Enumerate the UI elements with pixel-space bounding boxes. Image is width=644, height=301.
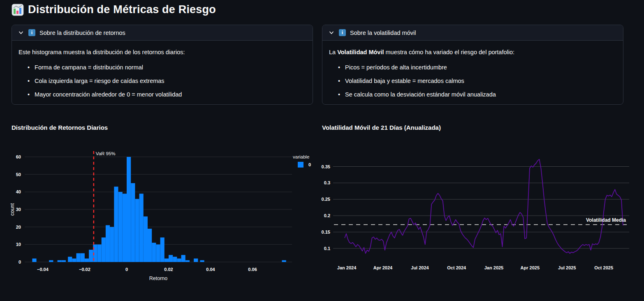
returns-histogram-chart[interactable]: 0102030405060−0.04−0.0200.020.040.06VaR … <box>8 147 315 283</box>
info-icon: i <box>339 29 346 36</box>
x-tick-label: Apr 2025 <box>521 265 540 270</box>
bullet-list: •Picos = períodos de alta incertidumbre … <box>329 63 616 99</box>
x-tick-label: Oct 2025 <box>594 265 613 270</box>
x-tick-label: −0.02 <box>79 267 90 272</box>
histogram-bar <box>72 259 76 262</box>
rolling-volatility-chart[interactable]: 0.10.150.20.250.30.35Jan 2024Apr 2024Jul… <box>321 147 633 283</box>
histogram-bar <box>76 253 81 262</box>
histogram-bar <box>160 237 164 262</box>
volatility-series-line <box>345 159 623 253</box>
expander-volatility-header[interactable]: i Sobre la volatilidad móvil <box>322 25 623 41</box>
histogram-bar <box>169 255 173 262</box>
histogram-bar <box>127 157 131 262</box>
x-tick-label: Jan 2025 <box>484 265 503 270</box>
expander-volatility-body: La Volatilidad Móvil muestra cómo ha var… <box>322 41 623 99</box>
expander-returns: i Sobre la distribución de retornos Este… <box>12 25 313 105</box>
y-tick-label: 40 <box>16 189 21 194</box>
y-tick-label: 0.1 <box>324 246 330 251</box>
x-tick-label: 0.04 <box>206 267 215 272</box>
histogram-bar <box>32 259 36 262</box>
histogram-bar <box>200 260 204 262</box>
histogram-bar <box>139 194 144 262</box>
legend-swatch[interactable] <box>298 162 303 168</box>
list-item: •Picos = períodos de alta incertidumbre <box>338 63 616 72</box>
histogram-bar <box>181 255 185 262</box>
volatility-title: Volatilidad Móvil de 21 Días (Anualizada… <box>322 124 441 131</box>
list-item: •Se calcula como la desviación estándar … <box>338 90 616 99</box>
chevron-down-icon <box>328 30 335 36</box>
y-tick-label: 30 <box>16 207 21 212</box>
histogram-bar <box>106 225 110 262</box>
y-tick-label: 50 <box>16 172 21 177</box>
chevron-down-icon <box>18 30 24 36</box>
histogram-bar <box>135 199 139 262</box>
var-95-label: VaR 95% <box>96 151 116 156</box>
page-title: Distribución de Métricas de Riesgo <box>28 3 216 16</box>
y-tick-label: 0.15 <box>322 230 330 234</box>
info-icon: i <box>28 29 35 36</box>
list-item: •Forma de campana = distribución normal <box>28 63 306 72</box>
bar-chart-emoji-icon <box>12 4 24 16</box>
expander-volatility: i Sobre la volatilidad móvil La Volatili… <box>322 25 623 105</box>
histogram-bar <box>118 192 123 262</box>
legend-entry-label[interactable]: 0 <box>308 162 311 167</box>
histogram-bar <box>89 250 93 262</box>
list-item: •Volatilidad baja y estable = mercados c… <box>338 77 616 85</box>
histogram-title: Distribución de Retornos Diarios <box>12 124 108 131</box>
page-header: Distribución de Métricas de Riesgo <box>12 3 216 16</box>
histogram-bar <box>102 237 106 262</box>
y-tick-label: 0.3 <box>324 180 330 185</box>
x-tick-label: Oct 2024 <box>447 265 466 270</box>
x-tick-label: −0.04 <box>37 267 49 272</box>
histogram-bar <box>68 257 72 262</box>
x-tick-label: Apr 2024 <box>373 265 393 270</box>
mean-volatility-label: Volatilidad Media <box>586 217 626 223</box>
histogram-bar <box>144 216 148 262</box>
y-tick-label: 20 <box>16 225 21 230</box>
x-tick-label: Jul 2025 <box>558 265 576 270</box>
legend-title: variable <box>293 154 309 159</box>
y-tick-label: 0.35 <box>322 164 330 169</box>
histogram-bar <box>62 260 66 262</box>
histogram-bar <box>177 259 181 262</box>
histogram-bar <box>185 260 190 262</box>
histogram-bar <box>110 227 114 262</box>
expander-title: Sobre la distribución de retornos <box>39 30 125 36</box>
histogram-bar <box>85 259 89 262</box>
y-tick-label: 0 <box>19 260 21 264</box>
histogram-bar <box>97 244 102 262</box>
histogram-bar <box>194 259 198 262</box>
bullet-list: •Forma de campana = distribución normal … <box>19 63 306 99</box>
histogram-bar <box>131 183 135 262</box>
x-tick-label: 0.02 <box>164 267 173 272</box>
x-tick-label: Jul 2024 <box>411 265 429 270</box>
expander-intro: Este histograma muestra la distribución … <box>19 48 306 57</box>
dashboard: Distribución de Métricas de Riesgo i Sob… <box>0 0 644 301</box>
histogram-bar <box>152 243 156 262</box>
y-tick-label: 0.25 <box>322 197 330 202</box>
histogram-bar <box>282 260 286 262</box>
expander-intro: La Volatilidad Móvil muestra cómo ha var… <box>329 48 616 57</box>
histogram-bar <box>114 187 118 262</box>
histogram-bar <box>148 229 152 262</box>
list-item: •Mayor concentración alrededor de 0 = me… <box>28 90 306 99</box>
histogram-bar <box>81 253 85 262</box>
expander-returns-header[interactable]: i Sobre la distribución de retornos <box>12 25 313 41</box>
histogram-bar <box>123 194 127 262</box>
x-axis-title: Retorno <box>149 276 168 281</box>
x-tick-label: Jan 2024 <box>337 265 357 270</box>
y-tick-label: 0.2 <box>324 213 330 218</box>
histogram-bar <box>49 260 53 262</box>
histogram-bar <box>164 259 169 262</box>
histogram-bar <box>58 260 62 262</box>
y-tick-label: 60 <box>16 154 21 159</box>
histogram-bar <box>156 244 160 262</box>
list-item: •Cola izquierda larga = riesgo de caídas… <box>28 77 306 85</box>
y-axis-title: count <box>9 203 15 216</box>
y-tick-label: 10 <box>16 242 21 247</box>
x-tick-label: 0 <box>125 267 128 272</box>
expander-returns-body: Este histograma muestra la distribución … <box>12 41 313 99</box>
expander-title: Sobre la volatilidad móvil <box>350 30 416 36</box>
x-tick-label: 0.06 <box>248 267 257 272</box>
histogram-bar <box>173 257 177 262</box>
